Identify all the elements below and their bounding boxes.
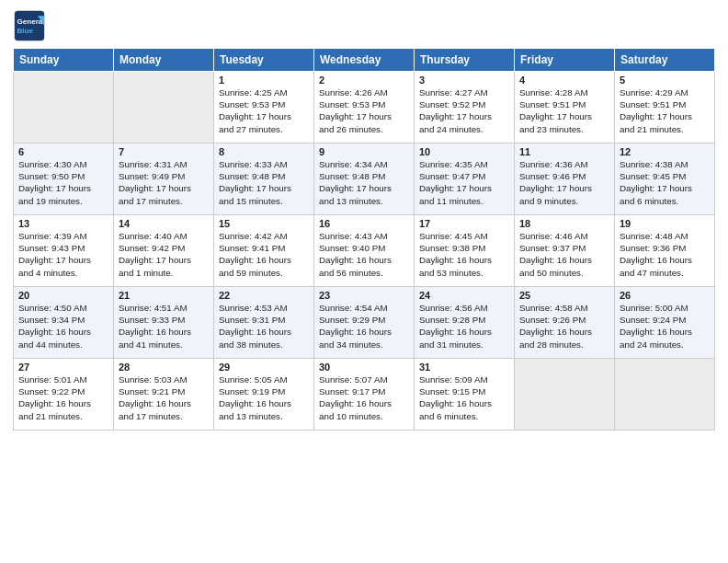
day-number: 16 bbox=[319, 218, 409, 229]
weekday-header-row: SundayMondayTuesdayWednesdayThursdayFrid… bbox=[14, 49, 715, 72]
day-number: 20 bbox=[18, 290, 108, 301]
calendar-table: SundayMondayTuesdayWednesdayThursdayFrid… bbox=[13, 48, 715, 431]
day-number: 24 bbox=[419, 290, 509, 301]
calendar-cell: 27Sunrise: 5:01 AM Sunset: 9:22 PM Dayli… bbox=[14, 359, 114, 431]
logo: General Blue bbox=[13, 9, 46, 42]
day-number: 5 bbox=[620, 75, 710, 86]
day-number: 23 bbox=[319, 290, 409, 301]
day-info: Sunrise: 4:33 AM Sunset: 9:48 PM Dayligh… bbox=[219, 158, 309, 207]
calendar-cell: 6Sunrise: 4:30 AM Sunset: 9:50 PM Daylig… bbox=[14, 144, 114, 215]
calendar-cell: 19Sunrise: 4:48 AM Sunset: 9:36 PM Dayli… bbox=[615, 215, 715, 287]
day-info: Sunrise: 4:54 AM Sunset: 9:29 PM Dayligh… bbox=[319, 302, 409, 350]
day-info: Sunrise: 4:30 AM Sunset: 9:50 PM Dayligh… bbox=[18, 158, 108, 207]
day-number: 15 bbox=[219, 218, 309, 229]
day-number: 11 bbox=[519, 146, 609, 157]
calendar-cell bbox=[515, 359, 615, 431]
day-number: 30 bbox=[319, 362, 409, 373]
day-number: 19 bbox=[620, 218, 710, 229]
calendar-row-2: 13Sunrise: 4:39 AM Sunset: 9:43 PM Dayli… bbox=[14, 215, 715, 287]
day-number: 3 bbox=[419, 75, 509, 86]
weekday-header-monday: Monday bbox=[114, 49, 214, 72]
calendar-row-1: 6Sunrise: 4:30 AM Sunset: 9:50 PM Daylig… bbox=[14, 144, 715, 215]
calendar-cell: 4Sunrise: 4:28 AM Sunset: 9:51 PM Daylig… bbox=[515, 72, 615, 144]
day-number: 31 bbox=[419, 362, 509, 373]
calendar-cell: 9Sunrise: 4:34 AM Sunset: 9:48 PM Daylig… bbox=[314, 144, 415, 215]
day-number: 7 bbox=[119, 146, 209, 157]
day-number: 29 bbox=[219, 362, 309, 373]
calendar-row-0: 1Sunrise: 4:25 AM Sunset: 9:53 PM Daylig… bbox=[14, 72, 715, 144]
day-number: 1 bbox=[219, 75, 309, 86]
calendar-cell: 14Sunrise: 4:40 AM Sunset: 9:42 PM Dayli… bbox=[114, 215, 214, 287]
day-number: 28 bbox=[119, 362, 209, 373]
day-info: Sunrise: 4:39 AM Sunset: 9:43 PM Dayligh… bbox=[18, 230, 108, 279]
day-info: Sunrise: 4:43 AM Sunset: 9:40 PM Dayligh… bbox=[319, 230, 409, 279]
day-number: 4 bbox=[519, 75, 609, 86]
calendar-cell bbox=[14, 72, 114, 144]
day-info: Sunrise: 4:48 AM Sunset: 9:36 PM Dayligh… bbox=[620, 230, 710, 279]
day-number: 8 bbox=[219, 146, 309, 157]
calendar-cell: 28Sunrise: 5:03 AM Sunset: 9:21 PM Dayli… bbox=[114, 359, 214, 431]
calendar-cell: 31Sunrise: 5:09 AM Sunset: 9:15 PM Dayli… bbox=[415, 359, 515, 431]
calendar-cell: 18Sunrise: 4:46 AM Sunset: 9:37 PM Dayli… bbox=[515, 215, 615, 287]
page: General Blue SundayMondayTuesdayWednesda… bbox=[0, 0, 728, 563]
day-info: Sunrise: 5:07 AM Sunset: 9:17 PM Dayligh… bbox=[319, 373, 409, 422]
calendar-cell bbox=[615, 359, 715, 431]
day-number: 18 bbox=[519, 218, 609, 229]
day-number: 6 bbox=[18, 146, 108, 157]
calendar-cell: 22Sunrise: 4:53 AM Sunset: 9:31 PM Dayli… bbox=[214, 287, 314, 359]
day-number: 21 bbox=[119, 290, 209, 301]
day-info: Sunrise: 4:42 AM Sunset: 9:41 PM Dayligh… bbox=[219, 230, 309, 279]
day-info: Sunrise: 4:26 AM Sunset: 9:53 PM Dayligh… bbox=[319, 86, 409, 135]
calendar-cell: 25Sunrise: 4:58 AM Sunset: 9:26 PM Dayli… bbox=[515, 287, 615, 359]
logo-icon: General Blue bbox=[13, 9, 46, 42]
weekday-header-sunday: Sunday bbox=[14, 49, 114, 72]
day-number: 27 bbox=[18, 362, 108, 373]
day-info: Sunrise: 4:27 AM Sunset: 9:52 PM Dayligh… bbox=[419, 86, 509, 135]
weekday-header-wednesday: Wednesday bbox=[314, 49, 415, 72]
day-info: Sunrise: 4:25 AM Sunset: 9:53 PM Dayligh… bbox=[219, 86, 309, 135]
calendar-cell: 16Sunrise: 4:43 AM Sunset: 9:40 PM Dayli… bbox=[314, 215, 415, 287]
day-info: Sunrise: 5:01 AM Sunset: 9:22 PM Dayligh… bbox=[18, 373, 108, 422]
day-info: Sunrise: 5:05 AM Sunset: 9:19 PM Dayligh… bbox=[219, 373, 309, 422]
day-info: Sunrise: 4:31 AM Sunset: 9:49 PM Dayligh… bbox=[119, 158, 209, 207]
calendar-cell: 23Sunrise: 4:54 AM Sunset: 9:29 PM Dayli… bbox=[314, 287, 415, 359]
calendar-cell: 3Sunrise: 4:27 AM Sunset: 9:52 PM Daylig… bbox=[415, 72, 515, 144]
weekday-header-friday: Friday bbox=[515, 49, 615, 72]
day-info: Sunrise: 5:03 AM Sunset: 9:21 PM Dayligh… bbox=[119, 373, 209, 422]
calendar-cell: 21Sunrise: 4:51 AM Sunset: 9:33 PM Dayli… bbox=[114, 287, 214, 359]
header: General Blue bbox=[13, 9, 715, 42]
day-number: 12 bbox=[620, 146, 710, 157]
day-number: 10 bbox=[419, 146, 509, 157]
calendar-row-4: 27Sunrise: 5:01 AM Sunset: 9:22 PM Dayli… bbox=[14, 359, 715, 431]
day-number: 17 bbox=[419, 218, 509, 229]
calendar-cell: 29Sunrise: 5:05 AM Sunset: 9:19 PM Dayli… bbox=[214, 359, 314, 431]
calendar-cell: 10Sunrise: 4:35 AM Sunset: 9:47 PM Dayli… bbox=[415, 144, 515, 215]
day-info: Sunrise: 5:00 AM Sunset: 9:24 PM Dayligh… bbox=[620, 302, 710, 350]
calendar-cell: 5Sunrise: 4:29 AM Sunset: 9:51 PM Daylig… bbox=[615, 72, 715, 144]
day-number: 22 bbox=[219, 290, 309, 301]
svg-text:Blue: Blue bbox=[17, 27, 34, 35]
day-number: 26 bbox=[620, 290, 710, 301]
weekday-header-tuesday: Tuesday bbox=[214, 49, 314, 72]
day-info: Sunrise: 4:56 AM Sunset: 9:28 PM Dayligh… bbox=[419, 302, 509, 350]
calendar-cell: 17Sunrise: 4:45 AM Sunset: 9:38 PM Dayli… bbox=[415, 215, 515, 287]
calendar-cell: 11Sunrise: 4:36 AM Sunset: 9:46 PM Dayli… bbox=[515, 144, 615, 215]
day-info: Sunrise: 4:53 AM Sunset: 9:31 PM Dayligh… bbox=[219, 302, 309, 350]
day-info: Sunrise: 5:09 AM Sunset: 9:15 PM Dayligh… bbox=[419, 373, 509, 422]
day-number: 9 bbox=[319, 146, 409, 157]
calendar-cell: 20Sunrise: 4:50 AM Sunset: 9:34 PM Dayli… bbox=[14, 287, 114, 359]
calendar-cell: 15Sunrise: 4:42 AM Sunset: 9:41 PM Dayli… bbox=[214, 215, 314, 287]
weekday-header-thursday: Thursday bbox=[415, 49, 515, 72]
calendar-cell: 1Sunrise: 4:25 AM Sunset: 9:53 PM Daylig… bbox=[214, 72, 314, 144]
day-info: Sunrise: 4:50 AM Sunset: 9:34 PM Dayligh… bbox=[18, 302, 108, 350]
day-info: Sunrise: 4:46 AM Sunset: 9:37 PM Dayligh… bbox=[519, 230, 609, 279]
day-number: 2 bbox=[319, 75, 409, 86]
day-info: Sunrise: 4:40 AM Sunset: 9:42 PM Dayligh… bbox=[119, 230, 209, 279]
day-info: Sunrise: 4:51 AM Sunset: 9:33 PM Dayligh… bbox=[119, 302, 209, 350]
day-info: Sunrise: 4:29 AM Sunset: 9:51 PM Dayligh… bbox=[620, 86, 710, 135]
calendar-cell: 12Sunrise: 4:38 AM Sunset: 9:45 PM Dayli… bbox=[615, 144, 715, 215]
calendar-cell bbox=[114, 72, 214, 144]
day-info: Sunrise: 4:34 AM Sunset: 9:48 PM Dayligh… bbox=[319, 158, 409, 207]
calendar-cell: 2Sunrise: 4:26 AM Sunset: 9:53 PM Daylig… bbox=[314, 72, 415, 144]
weekday-header-saturday: Saturday bbox=[615, 49, 715, 72]
